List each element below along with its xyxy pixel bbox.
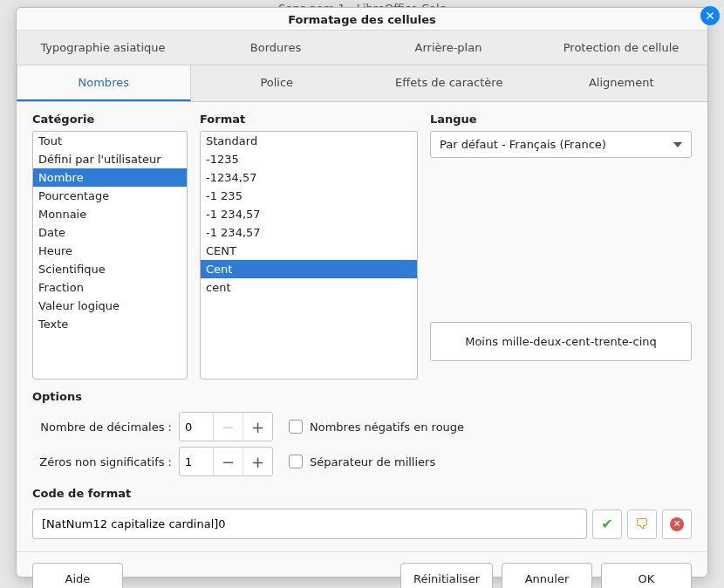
- format-item[interactable]: Standard: [201, 132, 417, 150]
- negatives-red-label: Nombres négatifs en rouge: [310, 420, 464, 434]
- category-item[interactable]: Monnaie: [33, 205, 187, 223]
- category-item[interactable]: Pourcentage: [33, 187, 187, 205]
- category-item[interactable]: Scientifique: [33, 260, 187, 278]
- format-cells-dialog: ✕ Formatage des cellules Typographie asi…: [16, 7, 708, 578]
- category-item[interactable]: Date: [33, 223, 187, 242]
- thousands-sep-checkbox[interactable]: Séparateur de milliers: [289, 455, 435, 468]
- format-code-header: Code de format: [32, 476, 692, 503]
- format-preview: Moins mille-deux-cent-trente-cinq: [430, 322, 692, 361]
- dialog-title: Formatage des cellules: [17, 8, 707, 30]
- tab-row-upper: Typographie asiatique Bordures Arrière-p…: [17, 30, 707, 65]
- help-button[interactable]: Aide: [32, 563, 123, 588]
- dialog-content: Catégorie ToutDéfini par l'utilisateurNo…: [17, 102, 707, 539]
- format-listbox[interactable]: Standard-1235-1234,57-1 235-1 234,57-1 2…: [200, 131, 418, 379]
- ok-button[interactable]: OK: [601, 563, 692, 588]
- category-header: Catégorie: [32, 113, 188, 131]
- format-code-input[interactable]: [32, 509, 587, 539]
- remove-format-button[interactable]: ✕: [662, 509, 692, 539]
- leading-zeros-plus-button[interactable]: +: [242, 448, 272, 475]
- reset-button[interactable]: Réinitialiser: [400, 563, 493, 588]
- decimals-stepper[interactable]: − +: [179, 412, 273, 441]
- decimals-input[interactable]: [180, 415, 213, 439]
- category-item[interactable]: Nombre: [33, 168, 187, 187]
- leading-zeros-minus-button[interactable]: −: [213, 448, 242, 475]
- category-item[interactable]: Fraction: [33, 278, 187, 297]
- tab-font[interactable]: Police: [191, 65, 364, 101]
- negatives-red-checkbox[interactable]: Nombres négatifs en rouge: [289, 420, 464, 434]
- decimals-label: Nombre de décimales :: [32, 420, 172, 434]
- format-item[interactable]: cent: [201, 278, 417, 297]
- leading-zeros-input[interactable]: [180, 450, 213, 474]
- tab-row-lower: Nombres Police Effets de caractère Align…: [17, 65, 707, 102]
- tab-background[interactable]: Arrière-plan: [362, 31, 535, 65]
- check-icon: ✔: [601, 516, 612, 532]
- cancel-button[interactable]: Annuler: [502, 563, 592, 588]
- format-item[interactable]: CENT: [201, 242, 417, 260]
- dialog-footer: Aide Réinitialiser Annuler OK: [17, 551, 707, 588]
- format-item[interactable]: -1 234,57: [201, 223, 417, 242]
- tab-char-effects[interactable]: Effets de caractère: [363, 65, 536, 101]
- language-select[interactable]: Par défaut - Français (France): [430, 131, 692, 158]
- chevron-down-icon: [673, 142, 682, 147]
- tab-numbers[interactable]: Nombres: [17, 65, 191, 101]
- leading-zeros-label: Zéros non significatifs :: [32, 455, 172, 468]
- category-item[interactable]: Tout: [33, 132, 187, 150]
- checkbox-icon: [289, 455, 303, 468]
- checkbox-icon: [289, 420, 303, 434]
- tab-alignment[interactable]: Alignement: [536, 65, 708, 101]
- format-item[interactable]: -1235: [201, 150, 417, 168]
- format-header: Format: [200, 113, 418, 131]
- tab-asian-typography[interactable]: Typographie asiatique: [17, 31, 189, 65]
- tab-borders[interactable]: Bordures: [189, 31, 362, 65]
- category-listbox[interactable]: ToutDéfini par l'utilisateurNombrePource…: [32, 131, 188, 379]
- category-item[interactable]: Heure: [33, 242, 187, 260]
- language-value: Par défaut - Français (France): [440, 138, 606, 151]
- category-item[interactable]: Valeur logique: [33, 297, 187, 315]
- format-item[interactable]: -1 234,57: [201, 205, 417, 223]
- apply-format-button[interactable]: ✔: [592, 509, 622, 539]
- tab-cell-protection[interactable]: Protection de cellule: [535, 31, 707, 65]
- language-header: Langue: [430, 113, 692, 131]
- delete-icon: ✕: [670, 517, 684, 531]
- category-item[interactable]: Défini par l'utilisateur: [33, 150, 187, 168]
- decimals-plus-button[interactable]: +: [242, 413, 272, 441]
- format-item[interactable]: -1 235: [201, 187, 417, 205]
- thousands-sep-label: Séparateur de milliers: [310, 455, 435, 468]
- comment-icon: 🗨: [635, 516, 649, 532]
- format-item[interactable]: Cent: [201, 260, 417, 278]
- leading-zeros-stepper[interactable]: − +: [179, 447, 273, 476]
- edit-comment-button[interactable]: 🗨: [627, 509, 657, 539]
- format-item[interactable]: -1234,57: [201, 168, 417, 187]
- options-header: Options: [32, 379, 692, 407]
- decimals-minus-button: −: [213, 413, 242, 441]
- category-item[interactable]: Texte: [33, 315, 187, 333]
